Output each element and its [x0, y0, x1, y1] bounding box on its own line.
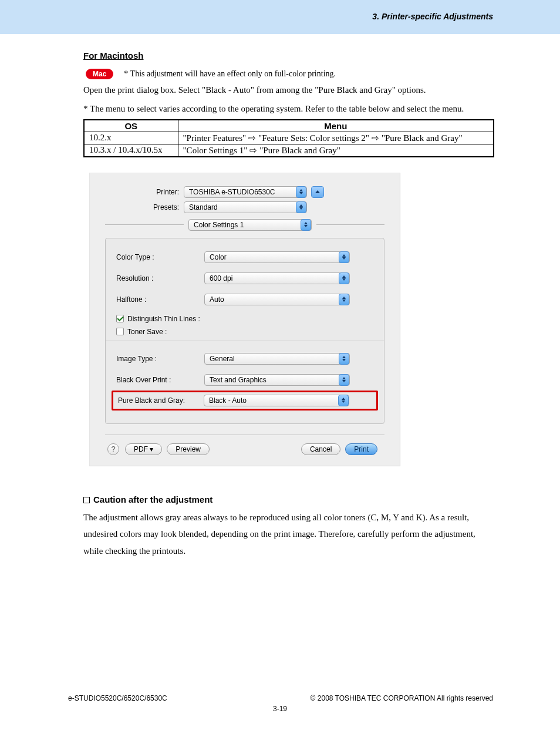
color-type-select[interactable]: Color [204, 251, 350, 263]
resolution-row: Resolution : 600 dpi [116, 272, 373, 284]
chevron-updown-icon [338, 395, 349, 406]
dialog-footer: ? PDF ▾ Preview Cancel Print [107, 443, 382, 455]
toner-save-row: Toner Save : [116, 328, 373, 336]
presets-label: Presets: [107, 203, 184, 211]
square-bullet-icon [83, 497, 90, 503]
presets-select[interactable]: Standard [184, 201, 307, 213]
mac-note: * This adjustment will have an effect on… [124, 69, 336, 79]
distinguish-checkbox[interactable] [116, 315, 124, 322]
black-over-row: Black Over Print : Text and Graphics [116, 374, 373, 386]
toner-save-checkbox[interactable] [116, 328, 124, 335]
presets-row: Presets: Standard [107, 201, 382, 213]
expand-button[interactable] [311, 186, 324, 198]
panel-divider [106, 341, 384, 341]
cell-os: 10.3.x / 10.4.x/10.5x [84, 144, 178, 157]
caution-text: The adjustment allows gray areas always … [83, 509, 494, 560]
resolution-select[interactable]: 600 dpi [204, 272, 350, 284]
pure-black-label: Pure Black and Gray: [116, 396, 204, 405]
cell-menu: "Printer Features" ⇨ "Feature Sets: Colo… [178, 132, 494, 144]
chevron-updown-icon [339, 353, 349, 365]
image-type-row: Image Type : General [116, 353, 373, 365]
arrow-icon: ⇨ [249, 145, 259, 155]
triangle-up-icon [315, 190, 320, 193]
chevron-updown-icon [296, 186, 306, 198]
th-os: OS [84, 120, 178, 132]
cell-menu: "Color Settings 1" ⇨ "Pure Black and Gra… [178, 144, 494, 157]
cell-os: 10.2.x [84, 132, 178, 144]
print-dialog: Printer: TOSHIBA e-STUDIO6530C Presets: … [89, 173, 400, 466]
halftone-label: Halftone : [116, 295, 204, 304]
color-type-row: Color Type : Color [116, 251, 373, 263]
footer-left: e-STUDIO5520C/6520C/6530C [68, 694, 167, 702]
cancel-button[interactable]: Cancel [301, 443, 340, 455]
printer-row: Printer: TOSHIBA e-STUDIO6530C [107, 186, 382, 198]
footer-right: © 2008 TOSHIBA TEC CORPORATION All right… [311, 694, 493, 702]
arrow-icon: ⇨ [372, 133, 382, 143]
black-over-select[interactable]: Text and Graphics [204, 374, 350, 386]
section-title: For Macintosh [83, 51, 494, 60]
chevron-updown-icon [301, 219, 311, 231]
th-menu: Menu [178, 120, 494, 132]
printer-label: Printer: [107, 188, 184, 196]
preview-button[interactable]: Preview [167, 443, 210, 455]
body-text-1: Open the print dialog box. Select "Black… [83, 84, 494, 97]
chevron-updown-icon [339, 374, 349, 386]
body-text-2: * The menu to select varies according to… [83, 103, 494, 116]
distinguish-label: Distinguish Thin Lines : [127, 315, 200, 323]
section-separator: Color Settings 1 [105, 219, 384, 231]
image-type-select[interactable]: General [204, 353, 350, 365]
print-button[interactable]: Print [345, 443, 377, 455]
color-type-label: Color Type : [116, 253, 204, 261]
chevron-updown-icon [296, 201, 306, 213]
chevron-updown-icon [339, 294, 349, 305]
distinguish-row: Distinguish Thin Lines : [116, 315, 373, 323]
table-row: 10.2.x "Printer Features" ⇨ "Feature Set… [84, 132, 494, 144]
black-over-label: Black Over Print : [116, 376, 204, 384]
toner-save-label: Toner Save : [127, 328, 167, 336]
table-row: 10.3.x / 10.4.x/10.5x "Color Settings 1"… [84, 144, 494, 157]
arrow-icon: ⇨ [248, 133, 258, 143]
header-section: 3. Printer-specific Adjustments [372, 12, 493, 21]
printer-select[interactable]: TOSHIBA e-STUDIO6530C [184, 186, 307, 198]
os-menu-table: OS Menu 10.2.x "Printer Features" ⇨ "Fea… [83, 119, 494, 157]
section-select[interactable]: Color Settings 1 [188, 219, 312, 231]
pure-black-row-highlight: Pure Black and Gray: Black - Auto [112, 391, 378, 410]
halftone-select[interactable]: Auto [204, 294, 350, 305]
mac-badge: Mac [86, 69, 113, 79]
page-number: 3-19 [0, 705, 560, 713]
chevron-updown-icon [339, 272, 349, 284]
page-footer: e-STUDIO5520C/6520C/6530C © 2008 TOSHIBA… [0, 694, 560, 702]
mac-note-row: Mac * This adjustment will have an effec… [86, 69, 494, 79]
page-header: 3. Printer-specific Adjustments [0, 0, 560, 34]
pure-black-select[interactable]: Black - Auto [204, 395, 349, 406]
image-type-label: Image Type : [116, 355, 204, 363]
settings-panel: Color Type : Color Resolution : 600 dpi … [105, 238, 384, 424]
help-icon[interactable]: ? [107, 443, 119, 455]
resolution-label: Resolution : [116, 274, 204, 282]
caution-heading: Caution after the adjustment [83, 494, 494, 504]
pdf-button[interactable]: PDF ▾ [125, 443, 162, 455]
page-content: For Macintosh Mac * This adjustment will… [0, 34, 560, 559]
halftone-row: Halftone : Auto [116, 294, 373, 305]
chevron-updown-icon [339, 251, 349, 263]
dialog-separator [105, 435, 384, 435]
